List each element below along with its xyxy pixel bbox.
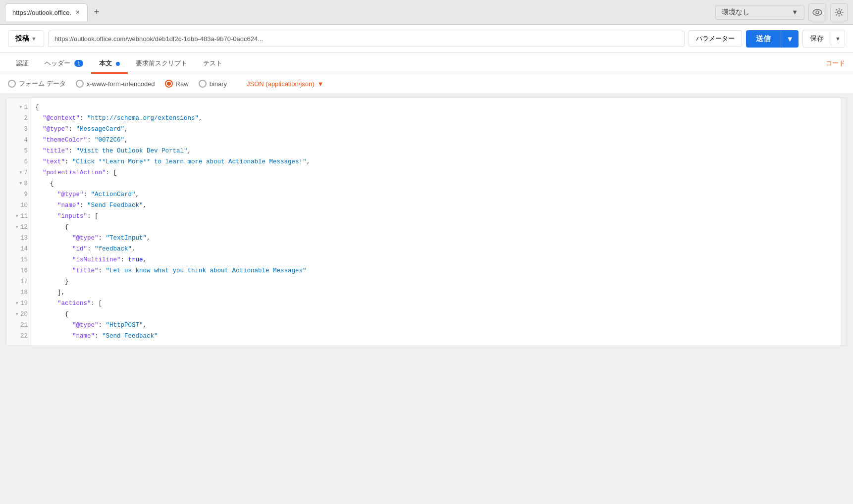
- browser-tab-bar: https://outlook.office. ✕ + 環境なし ▼: [0, 0, 853, 25]
- line-numbers: ▼1 2 3 4 5 6 ▼7 ▼8 9 10 ▼11 ▼12 13 14 15…: [6, 98, 31, 346]
- settings-button[interactable]: [830, 3, 848, 21]
- json-type-dropdown[interactable]: JSON (application/json) ▼: [247, 80, 323, 88]
- code-editor[interactable]: ▼1 2 3 4 5 6 ▼7 ▼8 9 10 ▼11 ▼12 13 14 15…: [6, 98, 847, 346]
- tab-url-label: https://outlook.office.: [12, 9, 71, 16]
- radio-raw[interactable]: [165, 80, 173, 88]
- code-line-21: "@type": "HttpPOST",: [35, 320, 841, 331]
- code-line-7: "potentialAction": [: [35, 167, 841, 178]
- save-chevron-icon[interactable]: ▼: [831, 32, 845, 46]
- tab-auth[interactable]: 認証: [8, 53, 37, 74]
- code-line-13: "@type": "TextInput",: [35, 233, 841, 244]
- code-line-11: "inputs": [: [35, 211, 841, 222]
- radio-binary[interactable]: [199, 80, 207, 88]
- request-tabs: 認証 ヘッダー 1 本文 要求前スクリプト テスト コード: [0, 53, 853, 74]
- svg-point-1: [816, 11, 819, 14]
- code-line-2: "@context": "http://schema.org/extension…: [35, 113, 841, 124]
- code-line-17: }: [35, 276, 841, 287]
- send-button[interactable]: 送信 ▼: [746, 30, 799, 48]
- send-button-label: 送信: [746, 30, 781, 48]
- code-line-14: "id": "feedback",: [35, 244, 841, 254]
- code-link[interactable]: コード: [826, 59, 845, 68]
- body-options-row: フォーム データ x-www-form-urlencoded Raw binar…: [0, 74, 853, 94]
- code-line-12: {: [35, 222, 841, 233]
- code-line-6: "text": "Click **Learn More** to learn m…: [35, 156, 841, 167]
- code-line-19: "actions": [: [35, 298, 841, 309]
- params-button[interactable]: パラメーター: [689, 30, 742, 47]
- code-line-15: "isMultiline": true,: [35, 254, 841, 265]
- code-line-10: "name": "Send Feedback",: [35, 200, 841, 211]
- code-content[interactable]: { "@context": "http://schema.org/extensi…: [31, 98, 841, 346]
- method-dropdown[interactable]: 投稿 ▼: [8, 30, 44, 47]
- env-section: 環境なし ▼: [715, 3, 848, 21]
- tab-headers[interactable]: ヘッダー 1: [37, 53, 91, 74]
- json-type-label: JSON (application/json): [247, 80, 315, 88]
- radio-urlencoded[interactable]: [76, 80, 84, 88]
- tab-pre-request[interactable]: 要求前スクリプト: [128, 53, 195, 74]
- json-type-chevron-icon: ▼: [318, 80, 324, 88]
- code-line-3: "@type": "MessageCard",: [35, 124, 841, 135]
- save-button-label: 保存: [803, 30, 831, 47]
- radio-form-data[interactable]: [8, 80, 16, 88]
- environment-dropdown[interactable]: 環境なし ▼: [715, 5, 804, 20]
- code-line-18: ],: [35, 287, 841, 298]
- option-form-data[interactable]: フォーム データ: [8, 79, 66, 88]
- scrollbar[interactable]: [841, 98, 847, 346]
- code-line-22: "name": "Send Feedback": [35, 331, 841, 342]
- svg-point-2: [838, 11, 841, 14]
- code-line-1: {: [35, 102, 841, 113]
- eye-icon: [812, 9, 822, 16]
- code-line-9: "@type": "ActionCard",: [35, 189, 841, 200]
- save-button[interactable]: 保存 ▼: [802, 30, 845, 48]
- request-bar: 投稿 ▼ パラメーター 送信 ▼ 保存 ▼: [0, 25, 853, 53]
- browser-tab[interactable]: https://outlook.office. ✕: [5, 3, 88, 21]
- send-chevron-icon[interactable]: ▼: [781, 31, 799, 47]
- svg-point-0: [813, 9, 822, 15]
- headers-badge: 1: [74, 60, 83, 67]
- code-line-16: "title": "Let us know what you think abo…: [35, 265, 841, 276]
- eye-button[interactable]: [808, 3, 826, 21]
- tab-body[interactable]: 本文: [91, 53, 128, 74]
- env-label: 環境なし: [722, 8, 749, 17]
- tab-tests[interactable]: テスト: [195, 53, 230, 74]
- url-input[interactable]: [48, 31, 685, 47]
- code-line-8: {: [35, 178, 841, 189]
- body-dot: [116, 62, 120, 66]
- method-chevron-icon: ▼: [31, 36, 37, 42]
- option-raw[interactable]: Raw: [165, 80, 189, 88]
- code-line-5: "title": "Visit the Outlook Dev Portal",: [35, 146, 841, 156]
- code-line-4: "themeColor": "0072C6",: [35, 135, 841, 146]
- tab-close-icon[interactable]: ✕: [75, 9, 80, 16]
- method-label: 投稿: [15, 34, 29, 43]
- new-tab-button[interactable]: +: [90, 5, 104, 19]
- gear-icon: [835, 8, 844, 17]
- env-chevron-icon: ▼: [792, 8, 798, 16]
- code-line-20: {: [35, 309, 841, 320]
- option-urlencoded[interactable]: x-www-form-urlencoded: [76, 80, 155, 88]
- option-binary[interactable]: binary: [199, 80, 227, 88]
